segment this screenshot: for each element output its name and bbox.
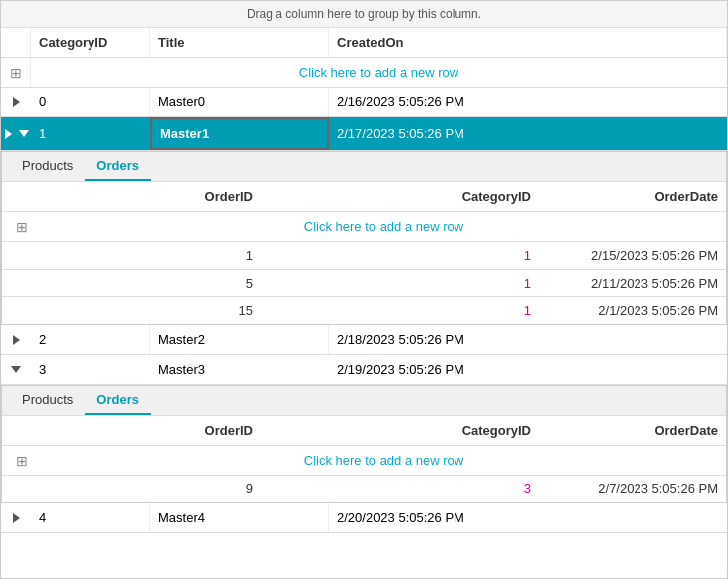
sub-table-row: 15 1 2/1/2023 5:05:26 PM [2, 297, 726, 324]
sub-add-row-3: ⊞ Click here to add a new row [2, 446, 726, 476]
cell-created-0: 2/16/2023 5:05:26 PM [329, 88, 727, 116]
cell-created-3: 2/19/2023 5:05:26 PM [329, 355, 727, 384]
cell-title-1: Master1 [150, 117, 329, 150]
drag-group-header: Drag a column here to group by this colu… [1, 1, 727, 28]
sub-cat-id: 3 [261, 476, 539, 502]
tab-orders-1[interactable]: Orders [85, 152, 151, 181]
tab-orders-3[interactable]: Orders [85, 386, 151, 415]
sub-header-cat-id-3: CategoryID [261, 416, 539, 445]
sub-table-row: 5 1 2/11/2023 5:05:26 PM [2, 270, 726, 297]
sub-tabs-1: Products Orders [2, 152, 726, 182]
expand-icon-4[interactable] [13, 513, 20, 523]
main-column-headers: CategoryID Title CreatedOn [1, 28, 727, 58]
sub-grid-icon-3: ⊞ [16, 453, 28, 469]
sub-spacer [2, 305, 42, 317]
sub-cat-id: 1 [261, 297, 539, 324]
drag-group-label: Drag a column here to group by this colu… [247, 7, 481, 21]
sub-grid-3: Products Orders OrderID CategoryID Order… [1, 385, 727, 503]
cell-created-1: 2/17/2023 5:05:26 PM [329, 119, 727, 148]
cell-category-id-1: 1 [31, 119, 150, 148]
add-row-icon-cell: ⊞ [1, 58, 31, 87]
add-row-link[interactable]: Click here to add a new row [31, 58, 727, 87]
sub-table-row: 1 1 2/15/2023 5:05:26 PM [2, 242, 726, 270]
tab-products-1[interactable]: Products [10, 152, 85, 181]
sub-header-order-date-1: OrderDate [539, 182, 726, 211]
table-row: 4 Master4 2/20/2023 5:05:26 PM [1, 503, 727, 533]
expand-cell-4[interactable] [1, 507, 31, 529]
sub-header-cat-id-1: CategoryID [261, 182, 539, 211]
table-row-expanded-1: 1 Master1 2/17/2023 5:05:26 PM [1, 117, 727, 151]
cell-category-id-2: 2 [31, 325, 150, 354]
sub-header-spacer-3 [2, 416, 42, 445]
header-title: Title [150, 28, 329, 57]
cell-title-2: Master2 [150, 325, 329, 354]
sub-grid-icon-1: ⊞ [16, 219, 28, 235]
sub-header-row-3: OrderID CategoryID OrderDate [2, 416, 726, 446]
selected-arrow-1 [1, 123, 16, 145]
expand-cell-2[interactable] [1, 329, 31, 351]
expand-icon-2[interactable] [13, 335, 20, 345]
sub-add-icon-1: ⊞ [2, 212, 42, 241]
cell-title-0: Master0 [150, 88, 329, 116]
header-category-id: CategoryID [31, 28, 150, 57]
sub-tabs-3: Products Orders [2, 386, 726, 416]
sub-header-order-id-1: OrderID [42, 182, 261, 211]
sub-header-row-1: OrderID CategoryID OrderDate [2, 182, 726, 212]
main-grid: Drag a column here to group by this colu… [0, 0, 728, 579]
sub-order-date: 2/7/2023 5:05:26 PM [539, 476, 726, 502]
sub-add-link-3[interactable]: Click here to add a new row [42, 446, 726, 475]
sub-cat-id: 1 [261, 242, 539, 269]
sub-order-date: 2/15/2023 5:05:26 PM [539, 242, 726, 269]
expand-cell-0[interactable] [1, 92, 31, 113]
header-spacer [1, 28, 31, 57]
cell-created-4: 2/20/2023 5:05:26 PM [329, 503, 727, 532]
collapse-icon-3[interactable] [11, 366, 21, 373]
tab-products-3[interactable]: Products [10, 386, 85, 415]
sub-spacer [2, 483, 42, 495]
sub-cat-id: 1 [261, 270, 539, 296]
cell-title-3: Master3 [150, 355, 329, 384]
table-row-3: 3 Master3 2/19/2023 5:05:26 PM [1, 355, 727, 385]
sub-table-row: 9 3 2/7/2023 5:05:26 PM [2, 476, 726, 502]
sub-header-order-id-3: OrderID [42, 416, 261, 445]
sub-order-id: 5 [42, 270, 261, 296]
sub-order-id: 1 [42, 242, 261, 269]
main-add-row-bar: ⊞ Click here to add a new row [1, 58, 727, 88]
table-row: 2 Master2 2/18/2023 5:05:26 PM [1, 325, 727, 355]
sub-order-id: 9 [42, 476, 261, 502]
sub-order-date: 2/11/2023 5:05:26 PM [539, 270, 726, 296]
expand-cell-1[interactable] [16, 124, 31, 143]
header-created-on: CreatedOn [329, 28, 727, 57]
expand-cell-3[interactable] [1, 360, 31, 379]
cell-title-4: Master4 [150, 503, 329, 532]
cell-category-id-4: 4 [31, 503, 150, 532]
sub-grid-1: Products Orders OrderID CategoryID Order… [1, 151, 727, 325]
collapse-icon-1[interactable] [19, 130, 29, 137]
sub-spacer [2, 250, 42, 262]
sub-order-date: 2/1/2023 5:05:26 PM [539, 297, 726, 324]
expand-icon-0[interactable] [13, 97, 20, 107]
cell-created-2: 2/18/2023 5:05:26 PM [329, 325, 727, 354]
sub-add-link-1[interactable]: Click here to add a new row [42, 212, 726, 241]
sub-add-row-1: ⊞ Click here to add a new row [2, 212, 726, 242]
sub-header-order-date-3: OrderDate [539, 416, 726, 445]
sub-spacer [2, 278, 42, 290]
cell-category-id-3: 3 [31, 355, 150, 384]
sub-header-spacer-1 [2, 182, 42, 211]
selected-indicator-icon [5, 129, 12, 139]
add-row-grid-icon: ⊞ [10, 65, 22, 81]
sub-order-id: 15 [42, 297, 261, 324]
table-row: 0 Master0 2/16/2023 5:05:26 PM [1, 88, 727, 117]
cell-category-id-0: 0 [31, 88, 150, 116]
sub-add-icon-3: ⊞ [2, 446, 42, 475]
